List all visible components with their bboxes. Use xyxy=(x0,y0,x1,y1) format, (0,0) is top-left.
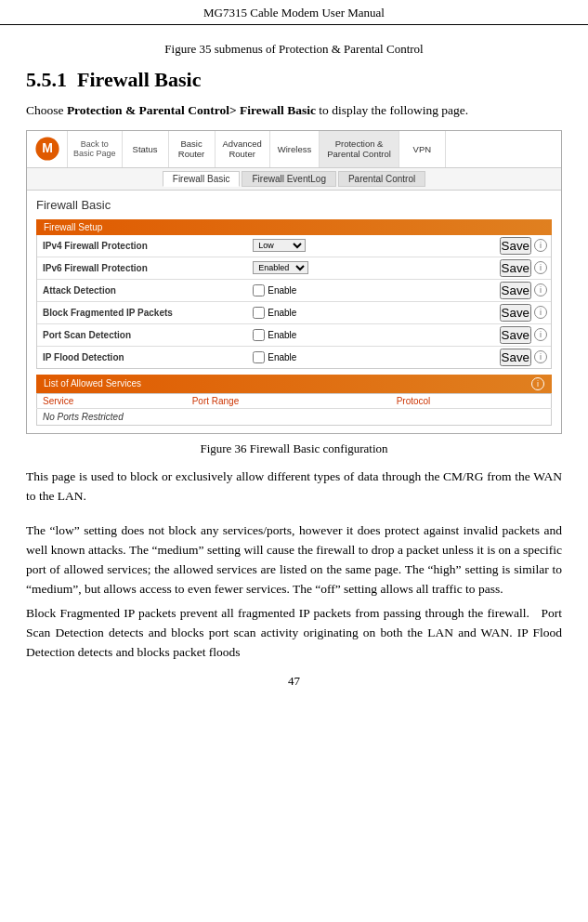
ipv6-info-icon[interactable]: i xyxy=(534,261,547,274)
attack-detection-checkbox-label[interactable]: Enable xyxy=(253,284,468,296)
ip-flood-checkbox-label[interactable]: Enable xyxy=(253,351,468,363)
allowed-services-table: Service Port Range Protocol No Ports Res… xyxy=(36,393,552,426)
firewall-content: Firewall Basic Firewall Setup IPv4 Firew… xyxy=(27,191,561,433)
header-title: MG7315 Cable Modem User Manual xyxy=(203,6,385,20)
block-frag-save-button[interactable]: Save xyxy=(500,304,531,322)
attack-detection-label: Attack Detection xyxy=(37,285,253,296)
subnav-parental-control[interactable]: Parental Control xyxy=(338,171,425,187)
nav-basic-router[interactable]: BasicRouter xyxy=(169,131,216,167)
ipv4-action: Save i xyxy=(469,237,551,255)
subnav-firewall-basic[interactable]: Firewall Basic xyxy=(163,171,241,187)
ipv6-select[interactable]: Enabled Disabled xyxy=(253,261,308,274)
ipv6-control[interactable]: Enabled Disabled xyxy=(253,261,468,274)
motorola-m-icon: M xyxy=(34,136,60,162)
attack-detection-action: Save i xyxy=(469,282,551,299)
ipv6-row: IPv6 Firewall Protection Enabled Disable… xyxy=(37,257,551,280)
sub-nav-bar: Firewall Basic Firewall EventLog Parenta… xyxy=(27,168,561,191)
port-scan-checkbox[interactable] xyxy=(253,329,265,341)
block-frag-control[interactable]: Enable xyxy=(253,307,468,319)
block-frag-row: Block Fragmented IP Packets Enable Save … xyxy=(37,302,551,324)
ipv6-label: IPv6 Firewall Protection xyxy=(37,263,253,273)
ip-flood-checkbox[interactable] xyxy=(253,351,265,363)
allowed-services-label: List of Allowed Services xyxy=(44,378,141,389)
port-scan-control[interactable]: Enable xyxy=(253,329,468,341)
attack-detection-save-button[interactable]: Save xyxy=(500,282,531,299)
port-scan-row: Port Scan Detection Enable Save i xyxy=(37,324,551,347)
fig35-caption: Figure 35 submenus of Protection & Paren… xyxy=(26,42,562,57)
allowed-services-info-icon[interactable]: i xyxy=(531,377,544,390)
nav-advanced-router[interactable]: AdvancedRouter xyxy=(216,131,270,167)
allowed-services-header: List of Allowed Services i xyxy=(36,375,552,393)
port-scan-save-button[interactable]: Save xyxy=(500,326,531,344)
section-title: 5.5.1 Firewall Basic xyxy=(26,68,562,92)
block-frag-action: Save i xyxy=(469,304,551,322)
section-number: 5.5.1 xyxy=(26,68,67,91)
nav-status[interactable]: Status xyxy=(123,131,169,167)
services-empty-text: No Ports Restricted xyxy=(37,408,552,425)
motorola-logo: M xyxy=(27,131,68,167)
ip-flood-row: IP Flood Detection Enable Save i xyxy=(37,347,551,368)
page-header: MG7315 Cable Modem User Manual xyxy=(0,0,588,25)
ipv4-row: IPv4 Firewall Protection Low Medium High… xyxy=(37,235,551,257)
block-frag-label: Block Fragmented IP Packets xyxy=(37,308,253,318)
nav-back-label: Back to xyxy=(81,139,109,149)
port-scan-action: Save i xyxy=(469,326,551,344)
block-frag-checkbox-label[interactable]: Enable xyxy=(253,307,468,319)
port-scan-label: Port Scan Detection xyxy=(37,330,253,340)
ip-flood-label: IP Flood Detection xyxy=(37,352,253,362)
nav-back-sub: Basic Page xyxy=(73,149,116,158)
ipv4-save-button[interactable]: Save xyxy=(500,237,531,255)
attack-detection-info-icon[interactable]: i xyxy=(534,283,547,296)
services-col-port: Port Range xyxy=(187,393,391,408)
attack-detection-row: Attack Detection Enable Save i xyxy=(37,280,551,302)
services-col-service: Service xyxy=(37,393,187,408)
section-heading: Firewall Basic xyxy=(77,68,201,91)
body-paragraph-2: The “low” setting does not block any ser… xyxy=(26,521,562,599)
ipv4-info-icon[interactable]: i xyxy=(534,239,547,252)
nav-back-button[interactable]: Back to Basic Page xyxy=(68,131,123,167)
attack-detection-control[interactable]: Enable xyxy=(253,284,468,296)
ipv4-select[interactable]: Low Medium High Off xyxy=(253,239,306,252)
services-col-protocol: Protocol xyxy=(391,393,552,408)
subnav-firewall-eventlog[interactable]: Firewall EventLog xyxy=(242,171,335,187)
nav-bar: M Back to Basic Page Status BasicRouter … xyxy=(27,131,561,168)
nav-wireless[interactable]: Wireless xyxy=(270,131,320,167)
body-paragraph-3: Block Fragmented IP packets prevent all … xyxy=(26,604,562,663)
block-frag-info-icon[interactable]: i xyxy=(534,306,547,319)
firewall-setup-table: IPv4 Firewall Protection Low Medium High… xyxy=(36,235,552,369)
nav-protection[interactable]: Protection &Parental Control xyxy=(320,131,399,167)
svg-text:M: M xyxy=(42,141,53,156)
services-empty-row: No Ports Restricted xyxy=(37,408,552,425)
port-scan-checkbox-label[interactable]: Enable xyxy=(253,329,468,341)
router-ui-screenshot: M Back to Basic Page Status BasicRouter … xyxy=(26,130,562,434)
intro-text: Choose Protection & Parental Control> Fi… xyxy=(26,101,562,121)
fig36-caption: Figure 36 Firewall Basic configuration xyxy=(26,441,562,456)
attack-detection-checkbox[interactable] xyxy=(253,284,265,296)
firewall-setup-header: Firewall Setup xyxy=(36,219,552,235)
ipv6-save-button[interactable]: Save xyxy=(500,259,531,277)
ip-flood-control[interactable]: Enable xyxy=(253,351,468,363)
port-scan-info-icon[interactable]: i xyxy=(534,328,547,341)
ip-flood-info-icon[interactable]: i xyxy=(534,350,547,363)
block-frag-checkbox[interactable] xyxy=(253,307,265,319)
firewall-page-title: Firewall Basic xyxy=(36,198,552,212)
body-paragraph-1: This page is used to block or exclusivel… xyxy=(26,468,562,507)
ipv6-action: Save i xyxy=(469,259,551,277)
ipv4-control[interactable]: Low Medium High Off xyxy=(253,239,468,252)
page-number: 47 xyxy=(26,674,562,689)
ip-flood-action: Save i xyxy=(469,349,551,366)
ipv4-label: IPv4 Firewall Protection xyxy=(37,241,253,251)
nav-vpn[interactable]: VPN xyxy=(399,131,446,167)
ip-flood-save-button[interactable]: Save xyxy=(500,349,531,366)
